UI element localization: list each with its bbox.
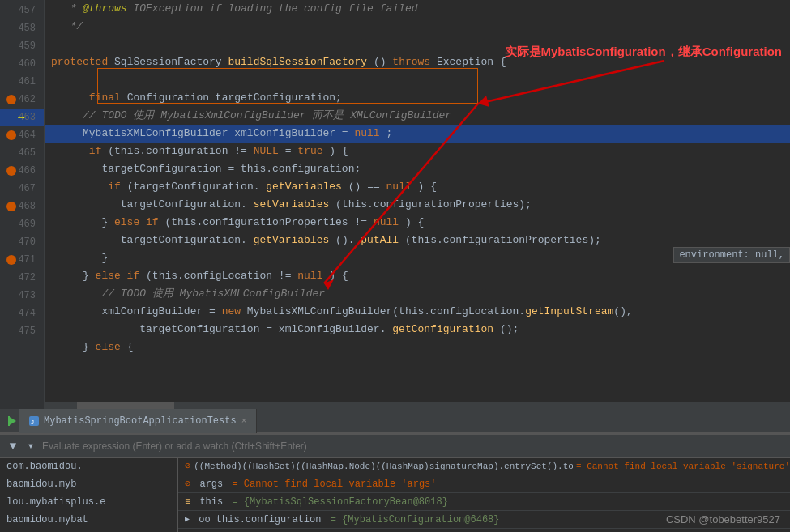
code-line-468: } else if (this.configurationProperties … [45,214,790,232]
tab-mybatis-tests[interactable]: J MybatisSpringBootApplicationTests × [19,409,257,433]
line-462: 462 [0,91,44,109]
horizontal-scrollbar[interactable] [45,402,790,409]
code-line-475: } else { [45,338,790,356]
editor-area: 457 458 459 460 461 462 463 464 465 466 … [0,0,790,409]
tab-bar: J MybatisSpringBootApplicationTests × [0,409,790,433]
line-470: 470 [0,233,44,251]
line-475: 475 [0,322,44,340]
error-icon-1: ⊘ [185,458,190,475]
debug-watch-3: ≡ this = {MybatisSqlSessionFactoryBean@8… [178,493,790,511]
line-457: 457 [0,2,44,19]
list-icon-3: ≡ [185,493,190,511]
line-472: 472 [0,269,44,287]
code-line-474: targetConfiguration = xmlConfigBuilder. … [45,321,790,338]
line-465: 465 [0,144,44,162]
code-line-467: targetConfiguration. setVariables (this.… [45,196,790,214]
debug-toolbar: ▼ ▾ [0,435,790,458]
svg-rect-5 [8,416,10,426]
debug-var-3: lou.mybatisplus.e [0,493,177,511]
run-icon [6,415,19,428]
code-line-461 [45,71,790,89]
line-471: 471 [0,251,44,269]
code-line-462: final Configuration targetConfiguration; [45,89,790,107]
code-line-465: targetConfiguration = this.configuration… [45,160,790,178]
chinese-annotation: 实际是MybatisConfiguration，继承Configuration [505,45,782,60]
line-458: 458 [0,19,44,37]
tab-label: MybatisSpringBootApplicationTests [44,409,237,433]
error-icon-2: ⊘ [185,475,190,493]
debug-var-4: baomidou.mybat [0,511,177,529]
line-468: 468 [0,198,44,215]
dropdown-icon[interactable]: ▾ [24,440,37,453]
line-464: 464 [0,126,44,144]
code-line-464: if (this.configuration != NULL = true ) … [45,143,790,160]
hint-tooltip: environment: null, [673,247,790,263]
line-467: 467 [0,180,44,198]
code-lines: * @throws IOException if loading the con… [45,0,790,409]
scrollbar-thumb[interactable] [77,402,174,409]
code-line-473: xmlConfigBuilder = new MybatisXMLConfigB… [45,303,790,321]
debug-watch-1: ⊘ ((Method)((HashSet)((HashMap.Node)((Ha… [178,458,790,475]
watermark: CSDN @tobebetter9527 [666,513,780,526]
code-line-463: MybatisXMLConfigBuilder xmlConfigBuilder… [45,125,790,143]
code-line-458: */ [45,18,790,36]
code-line-466: if (targetConfiguration. getVariables ()… [45,178,790,196]
code-line-463a: // TODO 使用 MybatisXmlConfigBuilder 而不是 X… [45,107,790,125]
expand-icon-4: ▶ [185,511,190,529]
line-463: 463 [0,109,44,126]
svg-text:J: J [31,419,34,426]
line-459: 459 [0,37,44,55]
tab-close-button[interactable]: × [241,409,247,433]
line-466: 466 [0,162,44,180]
debug-watch-2: ⊘ args = Cannot find local variable 'arg… [178,475,790,493]
line-460: 460 [0,55,44,73]
filter-icon[interactable]: ▼ [6,440,19,453]
debug-var-2: baomidou.myb [0,475,177,493]
evaluate-expression-input[interactable] [42,437,784,455]
code-line-457: * @throws IOException if loading the con… [45,0,790,18]
line-474: 474 [0,304,44,322]
code-line-471: } else if (this.configLocation != null )… [45,267,790,285]
debug-variables-panel: com.baomidou. baomidou.myb lou.mybatispl… [0,458,178,532]
line-461: 461 [0,73,44,91]
tab-java-icon: J [29,416,39,426]
code-container: 457 458 459 460 461 462 463 464 465 466 … [0,0,790,409]
debug-var-1: com.baomidou. [0,458,177,475]
line-473: 473 [0,287,44,304]
code-line-472: // TODO 使用 MybatisXMLConfigBuilder [45,285,790,303]
line-469: 469 [0,215,44,233]
comment-throws: * @throws IOException if loading the con… [51,2,418,15]
line-numbers: 457 458 459 460 461 462 463 464 465 466 … [0,0,45,409]
